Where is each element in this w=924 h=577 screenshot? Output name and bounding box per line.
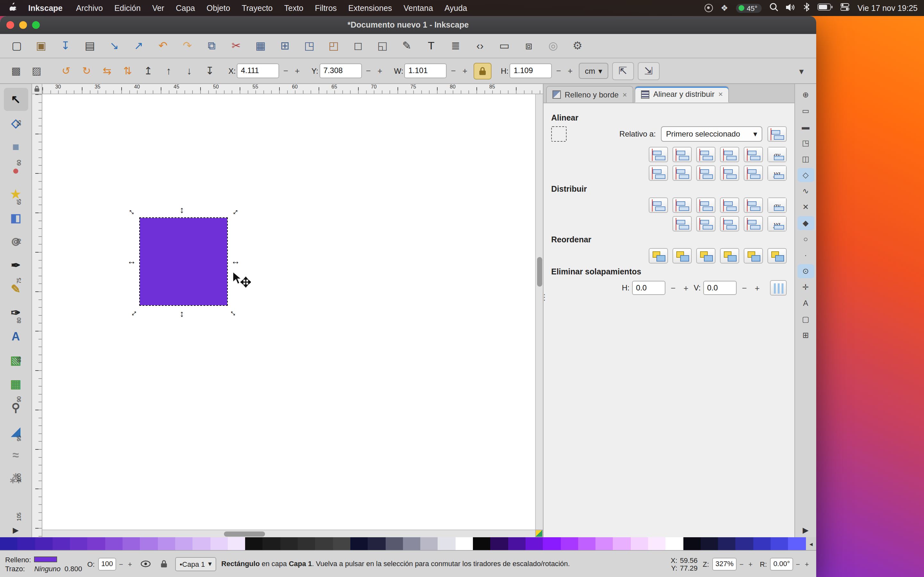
scale-corners-toggle-button[interactable]: ⇲ (638, 62, 659, 80)
vertical-scrollbar-thumb[interactable] (537, 257, 542, 287)
overlap-v-input[interactable]: 0.0 (703, 281, 737, 295)
zoom-increment-button[interactable]: + (746, 560, 754, 568)
text-tool[interactable]: A (3, 325, 28, 348)
color-swatch[interactable] (666, 537, 683, 550)
overlap-h-input[interactable]: 0.0 (632, 281, 666, 295)
print-button[interactable]: ▤ (78, 36, 102, 55)
snap-grids-button[interactable]: ⊞ (797, 328, 814, 342)
horizontal-scrollbar-thumb[interactable] (224, 532, 265, 537)
dropbox-menu-icon[interactable]: ❖ (720, 3, 728, 13)
close-tab-icon[interactable]: × (622, 90, 627, 99)
color-swatch[interactable] (175, 537, 193, 550)
menu-extensiones[interactable]: Extensiones (342, 3, 398, 13)
text-baseline-vertical-button[interactable]: ya (767, 216, 787, 231)
snap-bbox-corners-button[interactable]: ◳ (797, 136, 814, 150)
color-managed-display-toggle[interactable] (535, 530, 543, 537)
move-as-group-toggle-button[interactable] (767, 126, 787, 142)
screen-recording-indicator-icon[interactable] (704, 4, 713, 12)
snap-rotation-centers-button[interactable]: ✛ (797, 280, 814, 294)
color-swatch[interactable] (613, 537, 631, 550)
distribute-top-edges-button[interactable] (672, 216, 692, 231)
color-swatch[interactable] (87, 537, 105, 550)
flip-horizontal-button[interactable]: ⇆ (97, 62, 117, 80)
color-swatch[interactable] (596, 537, 613, 550)
find-replace-button[interactable]: ◎ (541, 36, 565, 55)
scale-handle-top-right[interactable]: ↔ (228, 205, 241, 218)
snap-object-centers-button[interactable]: ⊙ (797, 264, 814, 278)
color-swatch[interactable] (105, 537, 123, 550)
y-increment-button[interactable]: + (375, 63, 385, 78)
color-swatch[interactable] (648, 537, 666, 550)
color-swatch[interactable] (123, 537, 140, 550)
menu-ventana[interactable]: Ventana (398, 3, 439, 13)
active-app-name[interactable]: Inkscape (23, 3, 68, 13)
opacity-increment-button[interactable]: + (126, 560, 134, 568)
color-swatch[interactable] (701, 537, 718, 550)
align-right-edges-button[interactable] (720, 147, 739, 162)
y-decrement-button[interactable]: − (363, 63, 373, 78)
color-swatch[interactable] (351, 537, 368, 550)
opacity-input[interactable]: 100 (98, 558, 116, 570)
weather-widget[interactable]: 45° (736, 3, 762, 13)
color-swatch[interactable] (561, 537, 578, 550)
distribute-text-anchors-horizontal-button[interactable] (744, 197, 763, 213)
scale-handle-top[interactable]: ↕ (180, 205, 184, 214)
apple-menu-icon[interactable] (6, 2, 21, 14)
color-swatch[interactable] (210, 537, 228, 550)
color-swatch[interactable] (543, 537, 561, 550)
color-swatch[interactable] (403, 537, 421, 550)
color-swatch[interactable] (333, 537, 351, 550)
rotate-ccw-button[interactable]: ↺ (57, 62, 76, 80)
palette-scroll-button[interactable]: ◂ (806, 537, 816, 550)
lock-aspect-ratio-button[interactable] (474, 63, 492, 79)
horizontal-scrollbar[interactable] (42, 530, 535, 537)
overlap-h-increment-button[interactable]: + (681, 280, 691, 295)
align-top-to-bottom-edge-button[interactable] (744, 165, 763, 181)
relative-to-dropdown[interactable]: Primero seleccionado ▾ (661, 126, 762, 142)
color-swatch[interactable] (18, 537, 35, 550)
window-title-bar[interactable]: *Documento nuevo 1 - Inkscape (0, 16, 816, 34)
color-swatch[interactable] (280, 537, 298, 550)
menu-edicion[interactable]: Edición (108, 3, 146, 13)
distribute-equal-vertical-gaps-button[interactable] (744, 216, 763, 231)
color-swatch[interactable] (193, 537, 210, 550)
text-baseline-horizontal-button[interactable]: ay (767, 197, 787, 213)
zoom-window-button[interactable] (32, 21, 40, 29)
color-swatch[interactable] (683, 537, 701, 550)
distribute-centers-horizontally-button[interactable] (672, 197, 692, 213)
stroke-width-value[interactable]: 0.800 (65, 564, 82, 572)
color-swatch[interactable] (630, 537, 648, 550)
snap-midpoints-button[interactable]: ∙ (797, 248, 814, 262)
duplicate-button[interactable]: ⊞ (273, 36, 296, 55)
color-swatch[interactable] (491, 537, 508, 550)
layer-visibility-toggle[interactable] (139, 558, 152, 570)
exchange-selection-order-button[interactable] (672, 248, 692, 263)
flip-vertical-button[interactable]: ⇅ (118, 62, 137, 80)
select-indicator-icon[interactable]: ▩ (6, 62, 26, 80)
zoom-decrement-button[interactable]: − (737, 560, 746, 568)
undo-button[interactable]: ↶ (152, 36, 174, 55)
color-swatch[interactable] (420, 537, 438, 550)
arrange-network-button[interactable] (649, 248, 668, 263)
toolbox-expand-button[interactable]: ▶ (13, 526, 19, 535)
color-swatch[interactable] (140, 537, 158, 550)
toolbar-overflow-button[interactable]: ▾ (793, 66, 810, 76)
menu-trayecto[interactable]: Trayecto (236, 3, 278, 13)
x-decrement-button[interactable]: − (281, 63, 291, 78)
ruler-lock-icon[interactable] (32, 84, 42, 94)
overlap-v-increment-button[interactable]: + (752, 280, 762, 295)
color-swatch[interactable] (35, 537, 53, 550)
align-dialog-button[interactable]: ⧈ (517, 36, 540, 55)
height-decrement-button[interactable]: − (553, 63, 564, 78)
new-document-button[interactable]: ▢ (5, 36, 28, 55)
rectangle-tool[interactable]: ■ (3, 135, 28, 158)
close-tab-icon[interactable]: × (718, 90, 723, 99)
document-properties-button[interactable]: ▭ (493, 36, 516, 55)
height-input[interactable]: 1.109 (510, 63, 552, 78)
open-document-button[interactable]: ▣ (29, 36, 53, 55)
menu-filtros[interactable]: Filtros (309, 3, 342, 13)
export-button[interactable]: ↗ (127, 36, 150, 55)
snap-nodes-button[interactable]: ◇ (797, 168, 814, 182)
layers-dialog-button[interactable]: ≣ (444, 36, 467, 55)
tweak-tool[interactable]: ≈ (3, 444, 28, 467)
